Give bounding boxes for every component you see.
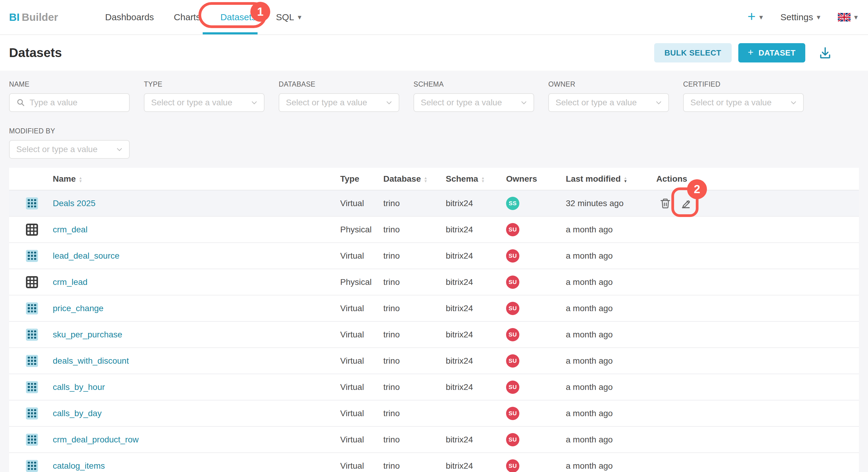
owner-avatar[interactable]: SU xyxy=(506,275,519,289)
filter-label: DATABASE xyxy=(279,80,399,88)
nav-item-dashboards[interactable]: Dashboards xyxy=(105,12,154,22)
dataset-actions-cell xyxy=(656,243,859,269)
dataset-name-link[interactable]: Deals 2025 xyxy=(53,199,96,208)
export-datasets-button[interactable] xyxy=(818,46,832,59)
owner-avatar[interactable]: SU xyxy=(506,433,519,446)
dataset-name-link[interactable]: crm_deal xyxy=(53,225,88,234)
nav-item-sql[interactable]: SQL ▾ xyxy=(276,12,301,22)
owner-avatar[interactable]: SU xyxy=(506,459,519,472)
owner-filter-input[interactable] xyxy=(556,98,651,108)
dataset-name-link[interactable]: crm_lead xyxy=(53,277,88,287)
dataset-name-link[interactable]: deals_with_discount xyxy=(53,356,129,365)
dataset-database-cell: trino xyxy=(383,426,446,453)
schema-filter-input[interactable] xyxy=(421,98,517,108)
owner-avatar[interactable]: SS xyxy=(506,197,519,210)
chevron-down-icon xyxy=(655,99,662,106)
dataset-name-link[interactable]: calls_by_day xyxy=(53,409,102,418)
dataset-type-icon xyxy=(26,329,38,341)
dataset-actions-cell xyxy=(656,216,859,243)
dataset-icon-cell xyxy=(9,426,50,453)
settings-menu[interactable]: Settings ▾ xyxy=(780,12,820,22)
dataset-type-icon xyxy=(26,434,38,446)
column-header-schema[interactable]: Schema▴▾ xyxy=(446,168,506,190)
owner-avatar[interactable]: SU xyxy=(506,354,519,367)
column-header-database[interactable]: Database▴▾ xyxy=(383,168,446,190)
chevron-down-icon xyxy=(385,99,393,106)
dataset-name-link[interactable]: calls_by_hour xyxy=(53,382,105,392)
table-row: calls_by_day Virtual trino SU a month ag… xyxy=(9,400,859,426)
modified-by-filter-input[interactable] xyxy=(16,145,112,154)
dataset-icon-cell xyxy=(9,348,50,374)
dataset-icon-cell xyxy=(9,321,50,348)
dataset-icon-cell xyxy=(9,190,50,216)
dataset-icon-cell xyxy=(9,400,50,426)
dataset-name-cell: price_change xyxy=(50,295,340,321)
dataset-name-link[interactable]: sku_per_purchase xyxy=(53,330,122,339)
bulk-select-button[interactable]: BULK SELECT xyxy=(654,43,732,62)
column-header-name[interactable]: Name▴▾ xyxy=(50,168,340,190)
chevron-down-icon: ▾ xyxy=(817,13,820,21)
owner-avatar[interactable]: SU xyxy=(506,381,519,394)
filter-label: NAME xyxy=(9,80,130,88)
database-filter-input[interactable] xyxy=(286,98,382,108)
dataset-schema-cell: bitrix24 xyxy=(446,321,506,348)
dataset-name-link[interactable]: price_change xyxy=(53,304,103,313)
name-search-box[interactable] xyxy=(9,93,130,112)
dataset-owners-cell: SU xyxy=(506,374,566,400)
dataset-name-link[interactable]: crm_deal_product_row xyxy=(53,435,139,444)
owner-avatar[interactable]: SU xyxy=(506,328,519,341)
add-dataset-button[interactable]: + DATASET xyxy=(738,43,805,62)
owner-avatar[interactable]: SU xyxy=(506,407,519,420)
certified-filter-input[interactable] xyxy=(690,98,786,108)
dataset-name-cell: catalog_items xyxy=(50,453,340,472)
dataset-name-link[interactable]: catalog_items xyxy=(53,461,105,471)
dataset-type-cell: Virtual xyxy=(340,295,383,321)
owner-avatar[interactable]: SU xyxy=(506,223,519,236)
dataset-name-cell: crm_deal_product_row xyxy=(50,426,340,453)
dataset-type-icon xyxy=(26,224,38,236)
type-select[interactable] xyxy=(144,93,265,112)
schema-select[interactable] xyxy=(413,93,534,112)
chevron-down-icon xyxy=(251,99,258,106)
filter-type: TYPE xyxy=(144,80,265,112)
chevron-down-icon: ▾ xyxy=(298,13,301,21)
owner-avatar[interactable]: SU xyxy=(506,302,519,315)
dataset-schema-cell: bitrix24 xyxy=(446,426,506,453)
dataset-icon-cell xyxy=(9,216,50,243)
edit-dataset-button[interactable] xyxy=(680,198,691,209)
search-icon xyxy=(16,98,25,107)
dataset-name-cell: crm_lead xyxy=(50,269,340,295)
column-header-last-modified[interactable]: Last modified▴▾ xyxy=(566,168,656,190)
type-filter-input[interactable] xyxy=(151,98,247,108)
dataset-type-icon xyxy=(26,250,38,262)
modified-by-select[interactable] xyxy=(9,140,130,159)
dataset-name-cell: deals_with_discount xyxy=(50,348,340,374)
filter-label: OWNER xyxy=(548,80,669,88)
dataset-actions-cell xyxy=(656,295,859,321)
dataset-owners-cell: SS xyxy=(506,190,566,216)
dataset-database-cell: trino xyxy=(383,321,446,348)
datasets-table: Name▴▾ Type Database▴▾ Schema▴▾ Owners L… xyxy=(9,168,859,472)
filter-owner: OWNER xyxy=(548,80,669,112)
owner-avatar[interactable]: SU xyxy=(506,249,519,263)
database-select[interactable] xyxy=(279,93,399,112)
nav-item-datasets[interactable]: Datasets xyxy=(220,12,256,22)
new-item-menu[interactable]: + ▾ xyxy=(748,11,763,23)
dataset-owners-cell: SU xyxy=(506,243,566,269)
dataset-modified-cell: a month ago xyxy=(566,374,656,400)
owner-select[interactable] xyxy=(548,93,669,112)
certified-select[interactable] xyxy=(683,93,804,112)
dataset-modified-cell: 32 minutes ago xyxy=(566,190,656,216)
filter-schema: SCHEMA xyxy=(413,80,534,112)
dataset-icon-cell xyxy=(9,243,50,269)
edit-pencil-icon xyxy=(680,198,691,209)
language-menu[interactable]: ▾ xyxy=(838,13,858,22)
nav-item-charts[interactable]: Charts xyxy=(174,12,200,22)
name-filter-input[interactable] xyxy=(30,98,123,108)
dataset-type-icon xyxy=(26,302,38,315)
dataset-name-link[interactable]: lead_deal_source xyxy=(53,251,119,261)
delete-dataset-button[interactable] xyxy=(660,198,671,209)
app-logo[interactable]: BIBuilder xyxy=(9,11,58,23)
dataset-database-cell: trino xyxy=(383,348,446,374)
dataset-actions-cell xyxy=(656,190,859,216)
